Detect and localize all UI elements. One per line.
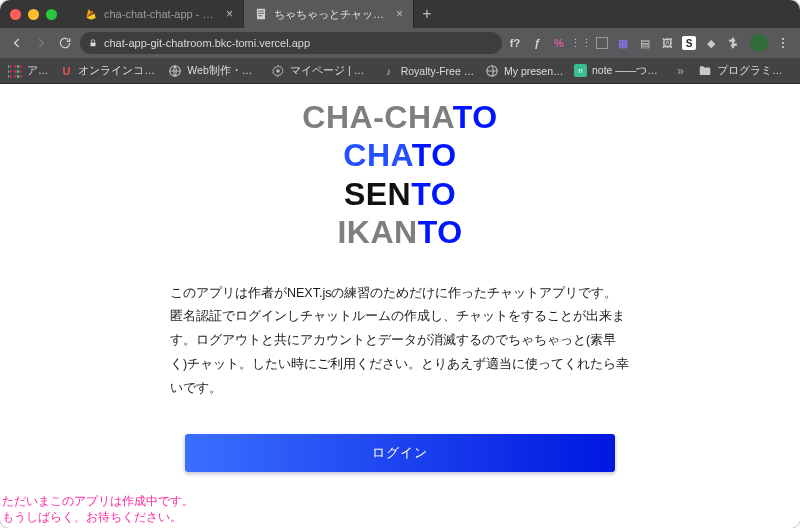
notice-line: もうしばらく、お待ちください。 xyxy=(2,509,194,526)
globe-icon xyxy=(168,64,182,78)
app-description: このアプリは作者がNEXT.jsの練習のためだけに作ったチャットアプリです。匿名… xyxy=(170,282,630,401)
address-bar[interactable]: chat-app-git-chatroom.bkc-tomi.vercel.ap… xyxy=(80,32,502,54)
svg-rect-1 xyxy=(258,11,264,12)
bookmark-label: My presentations xyxy=(504,65,564,77)
folder-icon xyxy=(698,64,712,78)
note-icon: n xyxy=(574,64,587,77)
hero-line: CHATO xyxy=(0,136,800,174)
hero-line: IKANTO xyxy=(0,213,800,251)
lock-icon xyxy=(88,38,98,48)
url-text: chat-app-git-chatroom.bkc-tomi.vercel.ap… xyxy=(104,37,310,49)
construction-notice: ただいまこのアプリは作成中です。 もうしばらく、お待ちください。 xyxy=(2,493,194,526)
titlebar: cha-chat-chat-app - Storage × ちゃちゃっとチャット… xyxy=(0,0,800,28)
new-tab-button[interactable]: + xyxy=(414,0,440,28)
close-tab-icon[interactable]: × xyxy=(396,8,403,20)
ext-icon[interactable]: ▤ xyxy=(638,36,652,50)
bookmark-label: Web制作・Webデ… xyxy=(187,64,261,78)
ext-icon[interactable]: % xyxy=(552,36,566,50)
profile-avatar[interactable] xyxy=(750,34,768,52)
tab-label: ちゃちゃっとチャットせんといかん xyxy=(274,7,390,22)
login-button[interactable]: ログイン xyxy=(185,434,615,472)
notice-line: ただいまこのアプリは作成中です。 xyxy=(2,493,194,510)
svg-point-6 xyxy=(782,42,784,44)
udemy-icon: U xyxy=(59,64,73,78)
firebase-icon xyxy=(84,7,98,21)
browser-toolbar: chat-app-git-chatroom.bkc-tomi.vercel.ap… xyxy=(0,28,800,58)
close-window-button[interactable] xyxy=(10,9,21,20)
hero-to: TO xyxy=(418,214,463,250)
bookmarks-bar: アプリ U オンラインコース -… Web制作・Webデ… マイページ | クラ… xyxy=(0,58,800,84)
page-icon xyxy=(254,7,268,21)
ext-icon[interactable]: ◆ xyxy=(704,36,718,50)
svg-point-7 xyxy=(782,46,784,48)
back-button[interactable] xyxy=(8,34,26,52)
browser-menu-button[interactable] xyxy=(774,34,792,52)
bookmark-item[interactable]: マイページ | クラウ… xyxy=(271,64,372,78)
bookmark-folder[interactable]: プログラミング関係 xyxy=(698,64,792,78)
gear-icon xyxy=(271,64,285,78)
tab-inactive[interactable]: cha-chat-chat-app - Storage × xyxy=(74,0,244,28)
hero-to: TO xyxy=(412,137,457,173)
ext-icon[interactable]: 🖼 xyxy=(660,36,674,50)
window-controls xyxy=(10,9,57,20)
hero-pre: CHA-CHA xyxy=(302,99,452,135)
svg-point-9 xyxy=(276,69,280,73)
bookmark-item[interactable]: My presentations xyxy=(485,64,564,78)
svg-rect-4 xyxy=(91,43,96,47)
bookmark-label: アプリ xyxy=(27,64,49,78)
hero-pre: SEN xyxy=(344,176,411,212)
bookmark-label: note ――つくる、… xyxy=(592,64,667,78)
tab-label: cha-chat-chat-app - Storage xyxy=(104,8,220,20)
svg-rect-2 xyxy=(258,13,264,14)
tab-strip: cha-chat-chat-app - Storage × ちゃちゃっとチャット… xyxy=(74,0,790,28)
reload-button[interactable] xyxy=(56,34,74,52)
ext-icon[interactable]: f? xyxy=(508,36,522,50)
hero-title: CHA-CHATO CHATO SENTO IKANTO xyxy=(0,84,800,252)
maximize-window-button[interactable] xyxy=(46,9,57,20)
ext-icon[interactable]: ⋮⋮ xyxy=(574,36,588,50)
bookmark-item[interactable]: n note ――つくる、… xyxy=(574,64,667,78)
bookmarks-overflow-icon[interactable]: » xyxy=(677,64,684,78)
music-note-icon: ♪ xyxy=(382,64,396,78)
ext-icon[interactable]: ▦ xyxy=(616,36,630,50)
ext-icon[interactable]: ƒ xyxy=(530,36,544,50)
hero-pre: CHA xyxy=(343,137,411,173)
extensions-menu-icon[interactable] xyxy=(726,36,740,50)
apps-grid-icon xyxy=(8,64,22,78)
svg-rect-3 xyxy=(258,15,262,16)
bookmark-label: オンラインコース -… xyxy=(78,64,158,78)
hero-pre: IKAN xyxy=(337,214,417,250)
hero-line: CHA-CHATO xyxy=(0,98,800,136)
page-content: CHA-CHATO CHATO SENTO IKANTO このアプリは作者がNE… xyxy=(0,84,800,528)
apps-shortcut[interactable]: アプリ xyxy=(8,64,49,78)
forward-button[interactable] xyxy=(32,34,50,52)
bookmark-item[interactable]: U オンラインコース -… xyxy=(59,64,158,78)
hero-line: SENTO xyxy=(0,175,800,213)
extension-icons: f? ƒ % ⋮⋮ ▦ ▤ 🖼 S ◆ xyxy=(508,36,740,50)
bookmark-item[interactable]: ♪ Royalty-Free Soun… xyxy=(382,64,475,78)
bookmark-label: プログラミング関係 xyxy=(717,64,792,78)
hero-to: TO xyxy=(411,176,456,212)
bookmark-label: Royalty-Free Soun… xyxy=(401,65,475,77)
bookmark-item[interactable]: Web制作・Webデ… xyxy=(168,64,261,78)
svg-point-5 xyxy=(782,38,784,40)
ext-icon[interactable] xyxy=(596,37,608,49)
bookmark-label: マイページ | クラウ… xyxy=(290,64,372,78)
browser-window: cha-chat-chat-app - Storage × ちゃちゃっとチャット… xyxy=(0,0,800,528)
close-tab-icon[interactable]: × xyxy=(226,8,233,20)
globe-icon xyxy=(485,64,499,78)
minimize-window-button[interactable] xyxy=(28,9,39,20)
ext-icon[interactable]: S xyxy=(682,36,696,50)
tab-active[interactable]: ちゃちゃっとチャットせんといかん × xyxy=(244,0,414,28)
hero-to: TO xyxy=(453,99,498,135)
